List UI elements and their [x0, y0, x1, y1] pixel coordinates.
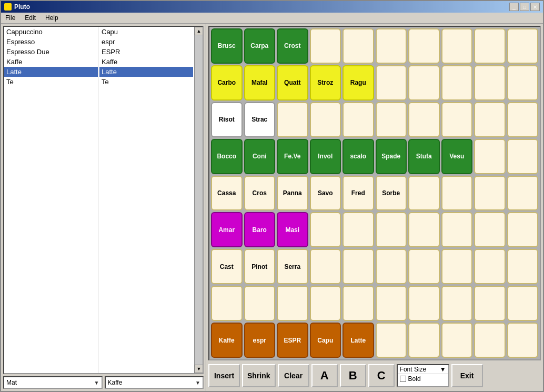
grid-cell[interactable]: [376, 286, 407, 321]
menu-edit[interactable]: Edit: [23, 14, 38, 22]
grid-cell[interactable]: [342, 249, 374, 284]
grid-cell[interactable]: [507, 102, 539, 137]
grid-cell[interactable]: [376, 102, 407, 137]
grid-cell[interactable]: [342, 102, 374, 137]
grid-cell[interactable]: Ragu: [342, 65, 374, 100]
menu-file[interactable]: File: [3, 14, 17, 22]
grid-cell[interactable]: Panna: [277, 176, 308, 211]
grid-cell[interactable]: [310, 102, 341, 137]
scroll-up-button[interactable]: ▲: [195, 27, 203, 35]
list-item[interactable]: Capu: [99, 27, 193, 37]
list-item[interactable]: Latte: [4, 67, 98, 77]
grid-cell[interactable]: [408, 28, 440, 64]
bold-checkbox[interactable]: [400, 376, 406, 382]
grid-cell[interactable]: Latte: [342, 323, 374, 358]
grid-cell[interactable]: [408, 249, 440, 284]
grid-cell[interactable]: [408, 212, 440, 247]
grid-cell[interactable]: [507, 176, 539, 211]
grid-cell[interactable]: Strac: [244, 102, 276, 137]
grid-cell[interactable]: [376, 212, 407, 247]
grid-cell[interactable]: Brusc: [211, 28, 243, 64]
list-item[interactable]: ESPR: [99, 47, 193, 57]
grid-cell[interactable]: [310, 28, 341, 64]
grid-cell[interactable]: [441, 102, 473, 137]
grid-cell[interactable]: [474, 176, 506, 211]
grid-cell[interactable]: [277, 286, 308, 321]
list-item[interactable]: Cappuccino: [4, 27, 98, 37]
grid-cell[interactable]: Carpa: [244, 28, 276, 64]
font-size-arrow[interactable]: ▼: [440, 366, 446, 373]
a-button[interactable]: A: [311, 364, 338, 387]
grid-cell[interactable]: Crost: [277, 28, 308, 64]
grid-cell[interactable]: [441, 249, 473, 284]
grid-cell[interactable]: espr: [244, 323, 276, 358]
grid-cell[interactable]: scalo: [342, 139, 374, 174]
grid-cell[interactable]: [408, 102, 440, 137]
dropdown-mat[interactable]: Mat ▼: [3, 376, 103, 389]
grid-cell[interactable]: [507, 249, 539, 284]
list-item[interactable]: Espresso Due: [4, 47, 98, 57]
grid-cell[interactable]: [474, 249, 506, 284]
grid-cell[interactable]: [441, 323, 473, 358]
grid-cell[interactable]: [408, 323, 440, 358]
b-button[interactable]: B: [340, 364, 366, 387]
grid-cell[interactable]: Baro: [244, 212, 276, 247]
grid-cell[interactable]: [342, 286, 374, 321]
grid-cell[interactable]: [507, 323, 539, 358]
grid-cell[interactable]: Carbo: [211, 65, 243, 100]
grid-cell[interactable]: Savo: [310, 176, 341, 211]
grid-cell[interactable]: Masi: [277, 212, 308, 247]
grid-cell[interactable]: Amar: [211, 212, 243, 247]
c-button[interactable]: C: [368, 364, 395, 387]
grid-cell[interactable]: [211, 286, 243, 321]
list-item[interactable]: Kaffe: [99, 57, 193, 67]
grid-cell[interactable]: Invol: [310, 139, 341, 174]
exit-button[interactable]: Exit: [451, 364, 483, 387]
grid-cell[interactable]: Capu: [310, 323, 341, 358]
grid-cell[interactable]: [441, 176, 473, 211]
grid-cell[interactable]: [342, 28, 374, 64]
grid-cell[interactable]: [376, 249, 407, 284]
close-button[interactable]: ✕: [530, 3, 540, 11]
shrink-button[interactable]: Shrink: [242, 364, 276, 387]
grid-cell[interactable]: [376, 28, 407, 64]
grid-cell[interactable]: [376, 323, 407, 358]
grid-cell[interactable]: [244, 286, 276, 321]
grid-cell[interactable]: [474, 28, 506, 64]
grid-cell[interactable]: [277, 102, 308, 137]
grid-cell[interactable]: Cros: [244, 176, 276, 211]
scroll-down-button[interactable]: ▼: [195, 365, 203, 373]
grid-cell[interactable]: [474, 139, 506, 174]
grid-cell[interactable]: [507, 286, 539, 321]
minimize-button[interactable]: _: [509, 3, 519, 11]
grid-cell[interactable]: [507, 212, 539, 247]
clear-button[interactable]: Clear: [278, 364, 309, 387]
grid-cell[interactable]: [441, 65, 473, 100]
grid-cell[interactable]: [342, 212, 374, 247]
grid-cell[interactable]: [474, 65, 506, 100]
grid-cell[interactable]: Coni: [244, 139, 276, 174]
grid-cell[interactable]: [474, 286, 506, 321]
grid-cell[interactable]: Cast: [211, 249, 243, 284]
maximize-button[interactable]: □: [520, 3, 529, 11]
grid-cell[interactable]: [408, 176, 440, 211]
grid-cell[interactable]: Serra: [277, 249, 308, 284]
grid-cell[interactable]: ESPR: [277, 323, 308, 358]
list-item[interactable]: espr: [99, 37, 193, 47]
grid-cell[interactable]: Cassa: [211, 176, 243, 211]
grid-cell[interactable]: [474, 212, 506, 247]
grid-cell[interactable]: [310, 212, 341, 247]
grid-cell[interactable]: Fe.Ve: [277, 139, 308, 174]
grid-cell[interactable]: Stufa: [408, 139, 440, 174]
list-item[interactable]: Te: [99, 77, 193, 87]
grid-cell[interactable]: [507, 139, 539, 174]
grid-cell[interactable]: [310, 286, 341, 321]
grid-cell[interactable]: Mafal: [244, 65, 276, 100]
grid-cell[interactable]: [408, 65, 440, 100]
list-item[interactable]: Kaffe: [4, 57, 98, 67]
grid-cell[interactable]: Risot: [211, 102, 243, 137]
grid-cell[interactable]: [441, 212, 473, 247]
grid-cell[interactable]: Vesu: [441, 139, 473, 174]
grid-cell[interactable]: Kaffe: [211, 323, 243, 358]
grid-cell[interactable]: [441, 28, 473, 64]
